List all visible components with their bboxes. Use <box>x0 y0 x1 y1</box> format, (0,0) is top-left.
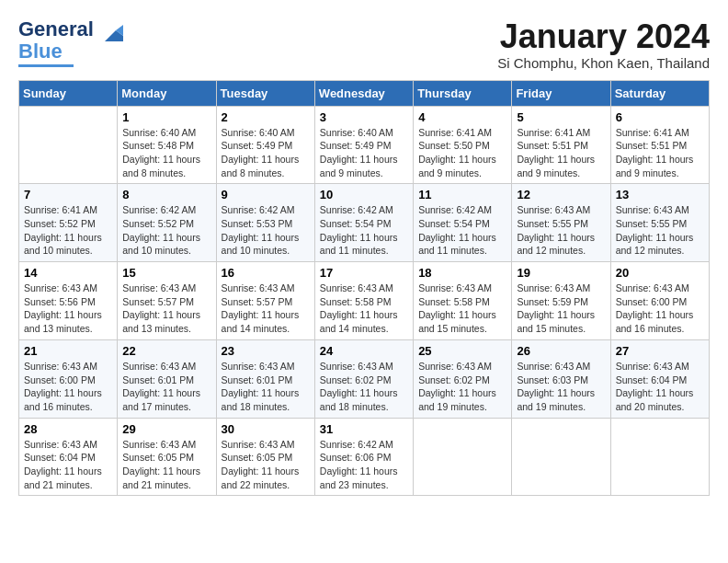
calendar-week-row: 7Sunrise: 6:41 AM Sunset: 5:52 PM Daylig… <box>19 184 710 262</box>
calendar-week-row: 21Sunrise: 6:43 AM Sunset: 6:00 PM Dayli… <box>19 339 710 418</box>
day-info: Sunrise: 6:43 AM Sunset: 6:03 PM Dayligh… <box>517 360 605 414</box>
calendar-cell: 5Sunrise: 6:41 AM Sunset: 5:51 PM Daylig… <box>512 106 610 184</box>
calendar-cell: 23Sunrise: 6:43 AM Sunset: 6:01 PM Dayli… <box>216 339 314 418</box>
day-info: Sunrise: 6:40 AM Sunset: 5:48 PM Dayligh… <box>122 126 210 180</box>
day-info: Sunrise: 6:42 AM Sunset: 5:54 PM Dayligh… <box>418 203 506 258</box>
calendar-day-header: Sunday <box>19 80 118 106</box>
calendar-cell: 31Sunrise: 6:42 AM Sunset: 6:06 PM Dayli… <box>314 418 413 496</box>
calendar-cell: 19Sunrise: 6:43 AM Sunset: 5:59 PM Dayli… <box>512 262 610 340</box>
logo-text: GeneralBlue <box>18 17 94 63</box>
day-info: Sunrise: 6:42 AM Sunset: 5:52 PM Dayligh… <box>122 203 210 258</box>
day-number: 3 <box>320 110 408 124</box>
logo-icon <box>97 21 125 49</box>
calendar-cell <box>512 418 610 496</box>
calendar-cell: 13Sunrise: 6:43 AM Sunset: 5:55 PM Dayli… <box>610 184 709 262</box>
day-number: 23 <box>222 344 310 358</box>
day-info: Sunrise: 6:40 AM Sunset: 5:49 PM Dayligh… <box>222 126 310 180</box>
calendar-cell: 14Sunrise: 6:43 AM Sunset: 5:56 PM Dayli… <box>19 262 118 340</box>
page-header: GeneralBlue January 2024 Si Chomphu, Kho… <box>18 18 710 71</box>
day-info: Sunrise: 6:41 AM Sunset: 5:50 PM Dayligh… <box>418 126 506 180</box>
location: Si Chomphu, Khon Kaen, Thailand <box>497 55 710 71</box>
day-number: 2 <box>222 110 310 124</box>
day-number: 4 <box>418 110 506 124</box>
day-info: Sunrise: 6:43 AM Sunset: 5:57 PM Dayligh… <box>122 282 210 336</box>
day-info: Sunrise: 6:41 AM Sunset: 5:52 PM Dayligh… <box>24 203 112 258</box>
day-number: 22 <box>122 344 210 358</box>
day-number: 10 <box>320 188 408 201</box>
calendar-cell: 9Sunrise: 6:42 AM Sunset: 5:53 PM Daylig… <box>216 184 314 262</box>
calendar-cell: 21Sunrise: 6:43 AM Sunset: 6:00 PM Dayli… <box>19 339 118 418</box>
day-info: Sunrise: 6:43 AM Sunset: 5:55 PM Dayligh… <box>517 203 605 258</box>
calendar-cell: 29Sunrise: 6:43 AM Sunset: 6:05 PM Dayli… <box>118 418 216 496</box>
calendar-cell <box>414 418 512 496</box>
calendar-cell: 17Sunrise: 6:43 AM Sunset: 5:58 PM Dayli… <box>314 262 413 340</box>
day-info: Sunrise: 6:43 AM Sunset: 6:00 PM Dayligh… <box>616 282 704 336</box>
day-number: 29 <box>122 422 210 436</box>
day-number: 9 <box>222 188 310 201</box>
month-title: January 2024 <box>497 18 710 55</box>
calendar-cell: 24Sunrise: 6:43 AM Sunset: 6:02 PM Dayli… <box>314 339 413 418</box>
day-number: 17 <box>320 266 408 280</box>
day-info: Sunrise: 6:42 AM Sunset: 5:54 PM Dayligh… <box>320 203 408 258</box>
calendar-day-header: Saturday <box>610 80 709 106</box>
calendar-cell: 28Sunrise: 6:43 AM Sunset: 6:04 PM Dayli… <box>19 418 118 496</box>
day-info: Sunrise: 6:42 AM Sunset: 6:06 PM Dayligh… <box>320 438 408 492</box>
day-info: Sunrise: 6:43 AM Sunset: 6:02 PM Dayligh… <box>320 360 408 414</box>
calendar-cell <box>610 418 709 496</box>
day-number: 13 <box>616 188 704 201</box>
calendar-header-row: SundayMondayTuesdayWednesdayThursdayFrid… <box>19 80 710 106</box>
day-info: Sunrise: 6:43 AM Sunset: 5:55 PM Dayligh… <box>616 203 704 258</box>
day-info: Sunrise: 6:43 AM Sunset: 6:01 PM Dayligh… <box>122 360 210 414</box>
day-info: Sunrise: 6:43 AM Sunset: 5:57 PM Dayligh… <box>222 282 310 336</box>
calendar-cell <box>19 106 118 184</box>
day-number: 7 <box>24 188 112 201</box>
day-number: 21 <box>24 344 112 358</box>
calendar-week-row: 14Sunrise: 6:43 AM Sunset: 5:56 PM Dayli… <box>19 262 710 340</box>
day-number: 25 <box>418 344 506 358</box>
calendar-cell: 12Sunrise: 6:43 AM Sunset: 5:55 PM Dayli… <box>512 184 610 262</box>
calendar-cell: 10Sunrise: 6:42 AM Sunset: 5:54 PM Dayli… <box>314 184 413 262</box>
calendar-cell: 22Sunrise: 6:43 AM Sunset: 6:01 PM Dayli… <box>118 339 216 418</box>
day-info: Sunrise: 6:43 AM Sunset: 5:59 PM Dayligh… <box>517 282 605 336</box>
calendar-cell: 20Sunrise: 6:43 AM Sunset: 6:00 PM Dayli… <box>610 262 709 340</box>
calendar-cell: 3Sunrise: 6:40 AM Sunset: 5:49 PM Daylig… <box>314 106 413 184</box>
calendar-day-header: Thursday <box>414 80 512 106</box>
title-area: January 2024 Si Chomphu, Khon Kaen, Thai… <box>497 18 710 71</box>
calendar-cell: 6Sunrise: 6:41 AM Sunset: 5:51 PM Daylig… <box>610 106 709 184</box>
day-number: 1 <box>122 110 210 124</box>
day-info: Sunrise: 6:43 AM Sunset: 5:56 PM Dayligh… <box>24 282 112 336</box>
calendar-day-header: Monday <box>118 80 216 106</box>
day-number: 11 <box>418 188 506 201</box>
day-number: 26 <box>517 344 605 358</box>
calendar-day-header: Tuesday <box>216 80 314 106</box>
logo-underline <box>18 64 74 67</box>
day-number: 8 <box>122 188 210 201</box>
calendar-cell: 30Sunrise: 6:43 AM Sunset: 6:05 PM Dayli… <box>216 418 314 496</box>
day-number: 27 <box>616 344 704 358</box>
calendar-table: SundayMondayTuesdayWednesdayThursdayFrid… <box>18 80 710 497</box>
day-number: 16 <box>222 266 310 280</box>
day-number: 14 <box>24 266 112 280</box>
calendar-week-row: 1Sunrise: 6:40 AM Sunset: 5:48 PM Daylig… <box>19 106 710 184</box>
day-info: Sunrise: 6:43 AM Sunset: 6:00 PM Dayligh… <box>24 360 112 414</box>
day-number: 20 <box>616 266 704 280</box>
day-info: Sunrise: 6:43 AM Sunset: 6:04 PM Dayligh… <box>616 360 704 414</box>
calendar-cell: 1Sunrise: 6:40 AM Sunset: 5:48 PM Daylig… <box>118 106 216 184</box>
day-info: Sunrise: 6:42 AM Sunset: 5:53 PM Dayligh… <box>222 203 310 258</box>
calendar-cell: 4Sunrise: 6:41 AM Sunset: 5:50 PM Daylig… <box>414 106 512 184</box>
day-info: Sunrise: 6:43 AM Sunset: 6:05 PM Dayligh… <box>122 438 210 492</box>
day-info: Sunrise: 6:41 AM Sunset: 5:51 PM Dayligh… <box>517 126 605 180</box>
day-info: Sunrise: 6:41 AM Sunset: 5:51 PM Dayligh… <box>616 126 704 180</box>
calendar-cell: 16Sunrise: 6:43 AM Sunset: 5:57 PM Dayli… <box>216 262 314 340</box>
day-info: Sunrise: 6:43 AM Sunset: 6:02 PM Dayligh… <box>418 360 506 414</box>
day-info: Sunrise: 6:43 AM Sunset: 5:58 PM Dayligh… <box>418 282 506 336</box>
day-info: Sunrise: 6:43 AM Sunset: 6:05 PM Dayligh… <box>222 438 310 492</box>
day-number: 28 <box>24 422 112 436</box>
day-number: 12 <box>517 188 605 201</box>
day-number: 18 <box>418 266 506 280</box>
calendar-day-header: Wednesday <box>314 80 413 106</box>
day-info: Sunrise: 6:43 AM Sunset: 6:01 PM Dayligh… <box>222 360 310 414</box>
day-number: 5 <box>517 110 605 124</box>
day-number: 24 <box>320 344 408 358</box>
day-info: Sunrise: 6:40 AM Sunset: 5:49 PM Dayligh… <box>320 126 408 180</box>
